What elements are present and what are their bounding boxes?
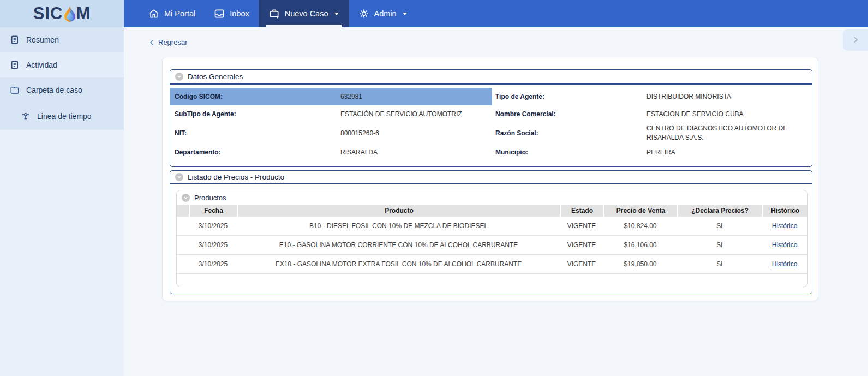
listado-precios-panel: Listado de Precios - Producto Productos xyxy=(170,170,812,294)
collapse-chevron-icon[interactable] xyxy=(175,173,183,181)
back-link[interactable]: Regresar xyxy=(124,27,187,46)
productos-header[interactable]: Productos xyxy=(177,190,807,205)
chevron-right-icon xyxy=(851,35,860,44)
sidebar-item-resumen[interactable]: Resumen xyxy=(0,27,124,52)
nav-tab-label: Inbox xyxy=(230,9,249,18)
journal-icon xyxy=(10,35,20,45)
cell-declara: Si xyxy=(677,241,762,249)
sicom-logo[interactable]: SIC M xyxy=(33,4,91,23)
field-value: 800015260-6 xyxy=(340,129,379,137)
listado-precios-header[interactable]: Listado de Precios - Producto xyxy=(170,171,812,184)
sidebar-item-label: Carpeta de caso xyxy=(26,86,82,94)
field-codigo-sicom[interactable]: Código SICOM: 632981 xyxy=(170,88,492,105)
logo-text-prefix: SIC xyxy=(33,4,63,23)
table-footer-spacer xyxy=(177,274,807,287)
cell-producto: E10 - GASOLINA MOTOR CORRIENTE CON 10% D… xyxy=(237,241,560,249)
sidebar-item-label: Linea de tiempo xyxy=(37,112,92,121)
table-row: 3/10/2025 B10 - DIESEL FOSIL CON 10% DE … xyxy=(177,217,807,236)
field-label: Tipo de Agente: xyxy=(495,93,646,100)
cell-estado: VIGENTE xyxy=(560,241,603,249)
cell-producto: EX10 - GASOLINA MOTOR EXTRA FOSIL CON 10… xyxy=(237,260,560,268)
case-detail-card: Datos Generales Código SICOM: 632981 Tip… xyxy=(162,57,818,301)
cell-declara: Si xyxy=(677,260,762,268)
field-value: CENTRO DE DIAGNOSTICO AUTOMOTOR DE RISAR… xyxy=(646,124,810,142)
journal-icon xyxy=(10,60,20,70)
briefcase-plus-icon xyxy=(269,8,280,19)
chevron-down-icon xyxy=(334,13,339,15)
field-label: Nombre Comercial: xyxy=(495,110,646,118)
nav-tab-mi-portal[interactable]: Mi Portal xyxy=(139,0,205,27)
sidebar-item-linea-de-tiempo[interactable]: Linea de tiempo xyxy=(0,103,124,130)
cell-estado: VIGENTE xyxy=(560,260,603,268)
field-label: Razón Social: xyxy=(495,129,646,137)
field-subtipo-agente: SubTipo de Agente: ESTACIÓN DE SERVICIO … xyxy=(170,105,492,123)
main-area: Mi Portal Inbox Nuevo Caso Admin xyxy=(124,0,868,376)
historico-link[interactable]: Histórico xyxy=(772,222,798,230)
folder-icon xyxy=(10,85,20,95)
table-header-row: Fecha Producto Estado Precio de Venta ¿D… xyxy=(177,205,807,217)
field-value: ESTACION DE SERVICIO CUBA xyxy=(646,110,810,119)
column-header-precio: Precio de Venta xyxy=(603,205,677,217)
logo-text-suffix: M xyxy=(76,4,91,23)
cell-precio: $10,824.00 xyxy=(603,222,677,230)
productos-subpanel: Productos Fecha Producto Estado Precio d… xyxy=(176,190,808,287)
cell-declara: Si xyxy=(677,222,762,230)
panel-title: Datos Generales xyxy=(188,73,243,81)
sidebar-item-carpeta-de-caso[interactable]: Carpeta de caso xyxy=(0,77,124,103)
field-value: RISARALDA xyxy=(340,148,378,156)
collapse-chevron-icon[interactable] xyxy=(182,194,190,202)
nav-tab-label: Admin xyxy=(374,9,397,18)
column-header-historico: Histórico xyxy=(762,205,807,217)
inbox-icon xyxy=(214,8,225,19)
subpanel-title: Productos xyxy=(194,194,226,202)
cell-precio: $19,850.00 xyxy=(603,260,677,268)
field-nit: NIT: 800015260-6 xyxy=(170,123,492,144)
cell-precio: $16,106.00 xyxy=(603,241,677,249)
panel-expand-button[interactable] xyxy=(843,29,868,51)
flame-drop-icon xyxy=(63,5,76,22)
cell-estado: VIGENTE xyxy=(560,222,603,230)
field-row: Código SICOM: 632981 Tipo de Agente: DIS… xyxy=(170,88,812,105)
nav-tab-nuevo-caso[interactable]: Nuevo Caso xyxy=(259,0,349,27)
column-header-declara: ¿Declara Precios? xyxy=(677,205,762,217)
field-label: Código SICOM: xyxy=(175,93,340,100)
field-departamento: Departamento: RISARALDA xyxy=(170,144,492,161)
field-nombre-comercial: Nombre Comercial: ESTACION DE SERVICIO C… xyxy=(492,105,812,123)
cell-fecha: 3/10/2025 xyxy=(189,241,237,249)
sidebar: SIC M xyxy=(0,0,124,376)
timeline-icon xyxy=(21,111,31,121)
field-value: PEREIRA xyxy=(646,148,810,157)
back-link-label: Regresar xyxy=(158,38,187,46)
field-municipio: Municipio: PEREIRA xyxy=(492,144,812,161)
sidebar-item-label: Resumen xyxy=(26,35,59,44)
column-header-producto: Producto xyxy=(237,205,560,217)
historico-link[interactable]: Histórico xyxy=(772,241,798,249)
cell-producto: B10 - DIESEL FOSIL CON 10% DE MEZCLA DE … xyxy=(237,222,560,230)
field-row: SubTipo de Agente: ESTACIÓN DE SERVICIO … xyxy=(170,105,812,123)
content-area: Regresar Datos Generales Código xyxy=(124,27,868,376)
cell-fecha: 3/10/2025 xyxy=(189,222,237,230)
nav-tab-label: Nuevo Caso xyxy=(285,9,328,18)
listado-precios-body: Productos Fecha Producto Estado Precio d… xyxy=(170,184,812,294)
sidebar-item-actividad[interactable]: Actividad xyxy=(0,52,124,77)
nav-tab-label: Mi Portal xyxy=(164,9,195,18)
sidebar-item-label: Actividad xyxy=(26,61,57,69)
field-value: 632981 xyxy=(340,93,362,100)
logo-block: SIC M xyxy=(0,0,124,27)
chevron-down-icon xyxy=(403,13,407,15)
field-row: NIT: 800015260-6 Razón Social: CENTRO DE… xyxy=(170,123,812,144)
field-label: SubTipo de Agente: xyxy=(175,110,340,118)
field-label: Municipio: xyxy=(495,148,646,156)
nav-tab-inbox[interactable]: Inbox xyxy=(205,0,258,27)
column-header-empty xyxy=(177,205,189,217)
top-navigation: Mi Portal Inbox Nuevo Caso Admin xyxy=(124,0,868,27)
field-razon-social: Razón Social: CENTRO DE DIAGNOSTICO AUTO… xyxy=(492,123,812,144)
field-label: Departamento: xyxy=(175,148,340,156)
datos-generales-header[interactable]: Datos Generales xyxy=(170,70,812,85)
datos-generales-body: Código SICOM: 632981 Tipo de Agente: DIS… xyxy=(170,85,812,166)
historico-link[interactable]: Histórico xyxy=(772,260,798,268)
collapse-chevron-icon[interactable] xyxy=(175,73,183,81)
home-icon xyxy=(148,8,159,19)
panel-title: Listado de Precios - Producto xyxy=(188,173,284,181)
nav-tab-admin[interactable]: Admin xyxy=(349,0,416,27)
